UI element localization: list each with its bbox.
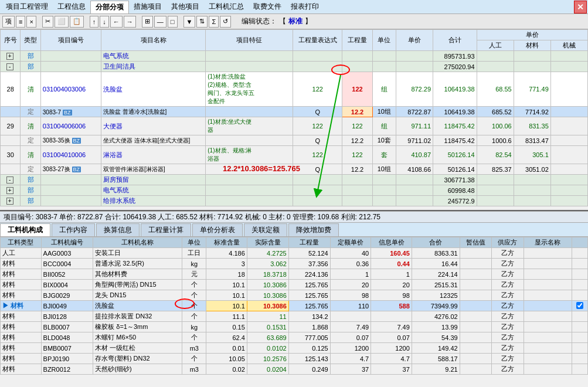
table-row[interactable]: - 部 厨房预留 306771.38 xyxy=(1,175,588,185)
lower-row-2[interactable]: 材料 BCC0004 普通水泥 32.5(R) kg 3 3.062 37.35… xyxy=(1,259,588,269)
tb-save[interactable]: × xyxy=(26,16,36,28)
table-row[interactable]: 30 清 031004010006 淋浴器 (1)材质、规格:淋浴器 122 1… xyxy=(1,146,588,164)
upper-grid: 序号 类型 项目编号 项目名称 项目特征 工程量表达式 工程量 单位 单价 合计… xyxy=(0,29,588,211)
col-header-feature: 项目特征 xyxy=(206,30,293,51)
tb-down[interactable]: ↓ xyxy=(100,16,109,28)
col-sub-material: 材料 xyxy=(514,40,550,51)
col-header-name: 项目名称 xyxy=(101,30,206,51)
col-header-qty: 工程量 xyxy=(342,30,373,51)
tb-calc[interactable]: Σ xyxy=(209,16,219,28)
menu-item-4[interactable]: 其他项目 xyxy=(166,1,204,13)
tb-sort[interactable]: ⇅ xyxy=(196,16,208,28)
lower-row-1[interactable]: 人工 AAG0003 安装工日 工日 4.186 4.2725 52.124 4… xyxy=(1,248,588,259)
lh-std: 标准含量 xyxy=(206,237,247,248)
expand-icon[interactable]: + xyxy=(6,198,13,205)
lower-row-8[interactable]: 材料 BLD0048 木螺钉 M6×50 个 62.4 63.689 777.0… xyxy=(1,332,588,343)
table-row[interactable]: + 部 电气系统 60998.48 xyxy=(1,185,588,196)
col-header-uprice: 单价 xyxy=(396,30,433,51)
col-header-code: 项目编号 xyxy=(40,30,101,51)
tb-grid[interactable]: ⊞ xyxy=(142,16,153,28)
lr-code: AAG0003 xyxy=(41,248,93,259)
col-header-expr: 工程量表达式 xyxy=(293,30,342,51)
expand-icon[interactable]: - xyxy=(6,176,13,184)
bz-icon: BZ xyxy=(63,110,72,116)
lower-row-3[interactable]: 材料 BII0052 其他材料费 元 18 18.3718 224.136 1 … xyxy=(1,269,588,280)
tab-work[interactable]: 工作内容 xyxy=(52,223,95,236)
col-sub-machine: 机械 xyxy=(550,40,587,51)
status-value: 标准 xyxy=(288,16,303,26)
table-row[interactable]: 定 3083-7 BZ 洗脸盆 普通冷水[洗脸盆] Q 12.2 10组 872… xyxy=(1,107,588,117)
table-row[interactable]: + 部 电气系统 895731.93 xyxy=(1,51,588,62)
lh-sup: 供应方 xyxy=(492,237,524,248)
tb-back[interactable]: ← xyxy=(110,16,123,28)
table-row[interactable]: 定 3083-27换 BZ 双管管件淋浴器[淋浴器] Q 12.2 10组 41… xyxy=(1,164,588,175)
expand-icon[interactable]: + xyxy=(6,187,13,194)
table-row[interactable]: 29 清 031004006006 大便器 (1)材质:坐式大便器 122 12… xyxy=(1,117,588,135)
lh-type: 工料类型 xyxy=(1,237,42,248)
tb-up[interactable]: ↑ xyxy=(90,16,99,28)
table-row[interactable]: + 部 给排水系统 245772.9 xyxy=(1,196,588,206)
lower-row-9[interactable]: 材料 BMB0007 木材 一级红松 m3 0.01 0.0102 0.125 … xyxy=(1,343,588,354)
tab-analysis[interactable]: 单价分析表 xyxy=(192,223,243,236)
lh-code: 工料机编号 xyxy=(41,237,93,248)
tb-cut[interactable]: ✂ xyxy=(42,16,53,28)
bracket-open: 【 xyxy=(279,16,286,26)
menu-item-1[interactable]: 工程信息 xyxy=(53,1,90,13)
lh-unit: 单位 xyxy=(182,237,206,248)
upper-wrapper: 序号 类型 项目编号 项目名称 项目特征 工程量表达式 工程量 单位 单价 合计… xyxy=(0,29,588,211)
status-label: 编辑状态： xyxy=(242,16,277,26)
bz-icon: BZ xyxy=(72,167,81,172)
tab-wlk[interactable]: 工料机构成 xyxy=(0,223,50,236)
lr-name: 安装工日 xyxy=(93,248,182,259)
menu-item-2[interactable]: 分部分项 xyxy=(90,1,129,13)
status-bar: 项目编号: 3083-7 单价: 8722.87 合计: 106419.38 人… xyxy=(0,211,588,223)
tb-new[interactable]: 项 xyxy=(2,16,15,28)
tb-filter[interactable]: ▼ xyxy=(183,16,196,28)
lower-grid-wrapper: 工料类型 工料机编号 工料机名称 单位 标准含量 实际含量 工程量 定额单价 信… xyxy=(0,237,588,387)
lr-type: 人工 xyxy=(1,248,42,259)
lower-row-11[interactable]: 材料 BZR0012 天然砂(细砂) m3 0.02 0.0204 0.249 … xyxy=(1,364,588,375)
close-button[interactable]: ✕ xyxy=(574,1,587,13)
lh-disp: 显示名称 xyxy=(524,237,572,248)
lower-grid: 工料类型 工料机编号 工料机名称 单位 标准含量 实际含量 工程量 定额单价 信… xyxy=(0,237,588,387)
lower-row-5[interactable]: 材料 BJG0029 龙头 DN15 个 10.1 10.3086 125.76… xyxy=(1,290,588,301)
lower-row-highlighted[interactable]: ▶ 材料 BJI0049 洗脸盆 个 10.1 10.3086 125.765 … xyxy=(1,301,588,311)
lower-row-10[interactable]: 材料 BPJ0190 存水弯(塑料) DN32 个 10.05 10.2576 … xyxy=(1,354,588,364)
tab-deduct[interactable]: 降效增加费 xyxy=(288,223,339,236)
col-header-unitprice: 单价 xyxy=(477,30,587,40)
tb-refresh[interactable]: ↺ xyxy=(220,16,231,28)
edit-status: 编辑状态： 【 标准 】 xyxy=(242,16,312,26)
tb-paste[interactable]: 📋 xyxy=(70,16,84,28)
expand-icon[interactable]: + xyxy=(6,53,13,60)
lower-tabs: 工料机构成 工作内容 换算信息 工程量计算 单价分析表 关联定额 降效增加费 xyxy=(0,223,588,237)
tab-calc[interactable]: 换算信息 xyxy=(96,223,140,236)
tb-forward[interactable]: → xyxy=(124,16,136,28)
tb-copy[interactable]: ⬜ xyxy=(55,16,69,28)
tab-linked[interactable]: 关联定额 xyxy=(244,223,287,236)
bracket-close: 】 xyxy=(305,16,312,26)
toolbar: 项 ≡ × ✂ ⬜ 📋 ↑ ↓ ← → ⊞ — □ ▼ ⇅ Σ ↺ 编辑状态： … xyxy=(0,14,588,29)
col-header-type: 类型 xyxy=(21,30,40,51)
menu-item-5[interactable]: 工料机汇总 xyxy=(204,1,249,13)
lh-sum: 合价 xyxy=(412,237,460,248)
lower-row-7[interactable]: 材料 BLB0007 橡胶板 δ=1～3mm kg 0.15 0.1531 1.… xyxy=(1,322,588,332)
expand-icon[interactable]: - xyxy=(6,63,13,70)
table-row[interactable]: - 部 卫生间洁具 275020.94 xyxy=(1,62,588,72)
menu-item-0[interactable]: 项目工程管理 xyxy=(1,1,53,13)
col-header-unit: 单位 xyxy=(372,30,396,51)
menu-item-7[interactable]: 报表打印 xyxy=(286,1,324,13)
tb-square[interactable]: □ xyxy=(168,16,178,28)
lower-row-6[interactable]: 材料 BJI0128 提拉排水装置 DN32 个 11.1 11 134.2 4… xyxy=(1,311,588,322)
disp-checkbox[interactable] xyxy=(576,302,583,309)
col-header-seq: 序号 xyxy=(1,30,21,51)
bz-icon: BZ xyxy=(72,138,81,144)
tab-qty[interactable]: 工程量计算 xyxy=(141,223,191,236)
lower-row-4[interactable]: 材料 BIX0004 角型阀(带闸活) DN15 个 10.1 10.3086 … xyxy=(1,280,588,290)
table-row[interactable]: 定 3083-35换 BZ 坐式大便器 连体水箱[坐式大便器] Q 12.2 1… xyxy=(1,135,588,146)
menu-item-3[interactable]: 措施项目 xyxy=(129,1,166,13)
lh-actual: 实际含量 xyxy=(247,237,288,248)
tb-dash[interactable]: — xyxy=(154,16,166,28)
tb-open[interactable]: ≡ xyxy=(16,16,25,28)
menu-item-6[interactable]: 取费文件 xyxy=(249,1,286,13)
table-row[interactable]: 28 清 031004003006 洗脸盆 (1)材质:洗脸盆(2)规格、类型:… xyxy=(1,72,588,107)
